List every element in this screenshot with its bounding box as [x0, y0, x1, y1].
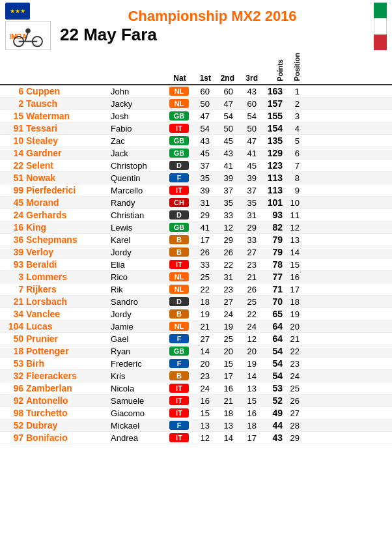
table-row: 51 Nowak Quentin F 35 39 39 113 8 [0, 172, 392, 184]
row-nat-badge: NL [169, 99, 189, 108]
col-3rd-header: 3rd [237, 74, 260, 83]
row-position: 16 [284, 272, 300, 282]
col-nat-header: Nat [169, 74, 190, 83]
row-lastname: Tausch [26, 98, 111, 109]
row-score1: 47 [189, 111, 212, 121]
table-row: 2 Tausch Jacky NL 50 47 60 157 2 [0, 98, 392, 110]
row-lastname: Pierfederici [26, 185, 111, 195]
row-score1: 23 [189, 371, 212, 381]
row-nat-badge: D [169, 210, 189, 220]
row-points: 113 [259, 185, 284, 195]
col-1st-header: 1st [190, 74, 214, 83]
row-position: 5 [284, 136, 300, 146]
row-number: 98 [5, 408, 26, 418]
row-points: 78 [259, 259, 284, 270]
row-points: 65 [259, 309, 284, 319]
row-firstname: Christoph [111, 161, 169, 171]
row-position: 23 [284, 359, 300, 369]
row-number: 104 [5, 321, 26, 332]
row-score3: 45 [236, 161, 259, 171]
row-position: 11 [284, 210, 300, 220]
table-row: 99 Pierfederici Marcello IT 39 37 37 113… [0, 184, 392, 197]
row-points: 154 [259, 123, 284, 134]
row-number: 93 [5, 259, 26, 270]
row-nat-badge: F [169, 173, 189, 182]
row-position: 9 [284, 186, 300, 195]
table-row: 104 Lucas Jamie NL 21 19 24 64 20 [0, 320, 392, 333]
row-number: 18 [5, 346, 26, 356]
row-nat-badge: GB [169, 111, 189, 121]
row-score2: 31 [212, 272, 236, 282]
row-score1: 25 [189, 272, 212, 282]
row-position: 15 [284, 260, 300, 270]
row-score3: 31 [236, 210, 259, 220]
row-points: 44 [259, 420, 284, 431]
row-score3: 43 [236, 87, 259, 96]
row-nat-badge: IT [169, 396, 189, 405]
row-score1: 16 [189, 396, 212, 406]
table-row: 53 Birh Frederic F 20 15 19 54 23 [0, 358, 392, 370]
row-position: 19 [284, 309, 300, 319]
row-score3: 14 [236, 371, 259, 381]
row-score2: 22 [212, 260, 236, 270]
row-points: 101 [259, 197, 284, 208]
row-score3: 18 [236, 421, 259, 431]
row-firstname: Elia [111, 260, 169, 270]
row-nat-badge: NL [169, 272, 189, 281]
row-nat-badge: NL [169, 285, 189, 294]
column-headers: Nat 1st 2nd 3rd Points Position [0, 51, 392, 85]
table-row: 91 Tessari Fabio IT 54 50 50 154 4 [0, 122, 392, 135]
row-nat-badge: IT [169, 408, 189, 418]
row-score2: 54 [212, 111, 236, 121]
row-points: 70 [259, 296, 284, 307]
row-score2: 60 [212, 87, 236, 96]
row-position: 14 [284, 248, 300, 257]
row-score3: 37 [236, 186, 259, 195]
row-points: 54 [259, 358, 284, 369]
row-nat-badge: CH [169, 198, 189, 207]
row-nat-badge: GB [169, 136, 189, 145]
row-points: 129 [259, 148, 284, 158]
row-score2: 25 [212, 334, 236, 344]
row-lastname: Vanclee [26, 309, 111, 319]
row-score2: 50 [212, 124, 236, 134]
row-score2: 41 [212, 161, 236, 171]
table-row: 18 Pottenger Ryan GB 14 20 20 54 22 [0, 345, 392, 358]
row-firstname: Gael [111, 334, 169, 344]
row-score3: 17 [236, 433, 259, 443]
row-firstname: Andrea [111, 433, 169, 443]
row-points: 155 [259, 111, 284, 121]
row-nat-badge: F [169, 359, 189, 368]
row-points: 64 [259, 321, 284, 332]
table-row: 93 Beraldi Elia IT 33 22 23 78 15 [0, 259, 392, 271]
row-position: 27 [284, 408, 300, 418]
table-row: 22 Selent Christoph D 37 41 45 123 7 [0, 160, 392, 172]
table-row: 10 Stealey Zac GB 43 45 47 135 5 [0, 135, 392, 147]
row-score3: 39 [236, 173, 259, 183]
row-lastname: Turchetto [26, 408, 111, 418]
row-number: 53 [5, 358, 26, 369]
row-lastname: Gardner [26, 148, 111, 158]
col-position-header: Position [285, 53, 301, 83]
row-lastname: King [26, 222, 111, 233]
row-lastname: Antonello [26, 395, 111, 406]
row-number: 3 [5, 272, 26, 282]
row-score2: 20 [212, 347, 236, 356]
row-firstname: John [111, 87, 169, 96]
row-score2: 24 [212, 309, 236, 319]
row-firstname: Karel [111, 235, 169, 245]
row-position: 25 [284, 384, 300, 393]
row-nat-badge: B [169, 248, 189, 257]
row-firstname: Lewis [111, 223, 169, 233]
row-nat-badge: IT [169, 384, 189, 393]
table-row: 45 Morand Randy CH 31 35 35 101 10 [0, 197, 392, 209]
row-lastname: Morand [26, 197, 111, 208]
row-score2: 19 [212, 322, 236, 332]
row-number: 50 [5, 333, 26, 344]
row-score2: 33 [212, 210, 236, 220]
row-points: 52 [259, 395, 284, 406]
row-position: 20 [284, 322, 300, 332]
row-lastname: Lucas [26, 321, 111, 332]
row-score1: 22 [189, 285, 212, 294]
row-position: 17 [284, 285, 300, 294]
